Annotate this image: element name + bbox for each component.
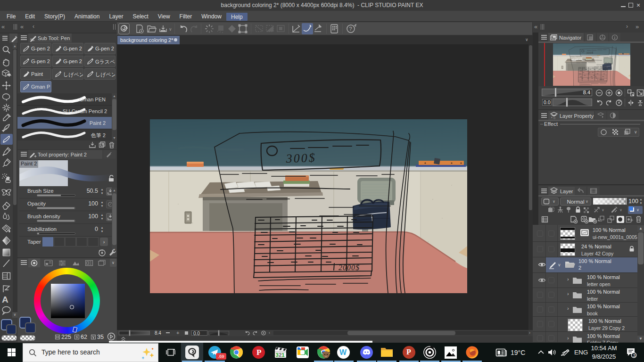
svg-text:?: ?: [349, 26, 352, 32]
svg-text:⬡: ⬡: [553, 117, 555, 119]
svg-text:×: ×: [594, 210, 596, 213]
svg-text:3: 3: [633, 353, 635, 358]
svg-text:321: 321: [276, 352, 285, 358]
svg-text:×: ×: [551, 116, 553, 119]
